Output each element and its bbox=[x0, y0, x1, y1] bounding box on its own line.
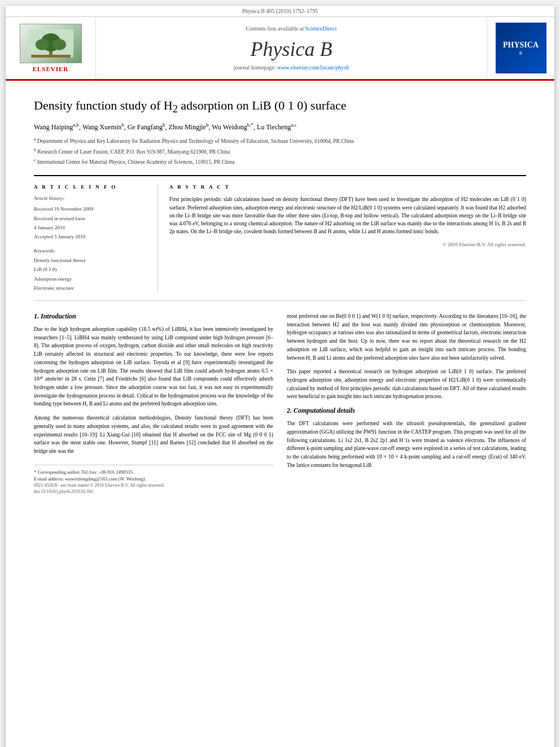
affiliation-a: a Department of Physics and Key Laborato… bbox=[34, 136, 526, 145]
right-paragraph-2: This paper reported a theoretical resear… bbox=[287, 368, 526, 401]
journal-header-bar: Physica B 405 (2010) 1792–1795 bbox=[6, 6, 554, 17]
svg-point-4 bbox=[53, 39, 66, 50]
abstract-header: A B S T R A C T bbox=[169, 184, 526, 190]
elsevier-wordmark: ELSEVIER bbox=[33, 65, 69, 72]
authors-line: Wang Haipinga,b, Wang Xueminb, Ge Fangfa… bbox=[34, 122, 526, 132]
copyright-line: © 2010 Elsevier B.V. All rights reserved… bbox=[169, 242, 526, 247]
issn-line: 0921-4526/$ - see front matter © 2010 El… bbox=[34, 483, 273, 488]
affiliation-b: b Research Center of Laser Fusion, CAEP,… bbox=[34, 147, 526, 156]
email-address: E-mail address: wuweidongding@163.com (W… bbox=[34, 475, 273, 483]
journal-citation: Physica B 405 (2010) 1792–1795 bbox=[242, 8, 318, 14]
sciencedirect-anchor[interactable]: ScienceDirect bbox=[305, 25, 336, 32]
affiliations: a Department of Physics and Key Laborato… bbox=[34, 136, 526, 166]
keywords-section: Keywords: Density functional theory LiB … bbox=[34, 248, 148, 292]
section2-title: 2. Computational details bbox=[287, 407, 526, 415]
keyword-2: LiB (0 1 0) bbox=[34, 265, 148, 274]
intro-paragraph-1: Due to the high hydrogen adsorption capa… bbox=[34, 325, 273, 408]
right-paragraph-1: most preferred one on Be(0 0 0 1) and W(… bbox=[287, 312, 526, 362]
article-page: Physica B 405 (2010) 1792–1795 ELSEVIER bbox=[6, 6, 554, 747]
left-column: 1. Introduction Due to the high hydrogen… bbox=[34, 312, 273, 494]
keyword-1: Density functional theory bbox=[34, 256, 148, 265]
article-info-header: A R T I C L E I N F O bbox=[34, 184, 148, 190]
abstract-text: First principles periodic slab calculati… bbox=[169, 195, 526, 235]
homepage-link[interactable]: www.elsevier.com/locate/physb bbox=[277, 64, 349, 71]
abstract-column: A B S T R A C T First principles periodi… bbox=[169, 184, 526, 292]
received-date: Received 19 November 2009 Received in re… bbox=[34, 204, 148, 241]
info-abstract-section: A R T I C L E I N F O Article history: R… bbox=[34, 175, 526, 301]
elsevier-logo-area: ELSEVIER bbox=[6, 17, 96, 79]
keyword-4: Electronic structure bbox=[34, 283, 148, 292]
affiliation-c: c International Center for Material Phys… bbox=[34, 157, 526, 166]
physica-badge: PHYSICA B bbox=[496, 23, 546, 73]
article-body: Density function study of H2 adsorption … bbox=[6, 81, 554, 511]
physica-logo-area: PHYSICA B bbox=[487, 17, 554, 79]
journal-homepage: journal homepage: www.elsevier.com/locat… bbox=[234, 64, 349, 71]
article-title: Density function study of H2 adsorption … bbox=[34, 98, 526, 116]
sciencedirect-link: Contents lists available at ScienceDirec… bbox=[246, 25, 336, 32]
corresponding-author: * Corresponding author. Tel./fax: +86 81… bbox=[34, 469, 273, 476]
article-info-column: A R T I C L E I N F O Article history: R… bbox=[34, 184, 158, 292]
journal-center: Contents lists available at ScienceDirec… bbox=[96, 17, 487, 79]
intro-paragraph-2: Among the numerous theoretical calculati… bbox=[34, 414, 273, 456]
footnote-section: * Corresponding author. Tel./fax: +86 81… bbox=[34, 465, 273, 495]
svg-rect-5 bbox=[31, 55, 71, 58]
intro-section-title: 1. Introduction bbox=[34, 312, 273, 321]
keywords-label: Keywords: bbox=[34, 248, 148, 254]
right-column: most preferred one on Be(0 0 0 1) and W(… bbox=[287, 312, 526, 494]
keyword-3: Adsorption energy bbox=[34, 274, 148, 283]
elsevier-tree-logo bbox=[20, 24, 82, 63]
doi-line: doi:10.1016/j.physb.2010.01.041 bbox=[34, 489, 273, 494]
journal-title: Physica B bbox=[251, 37, 333, 61]
svg-point-3 bbox=[36, 39, 49, 50]
history-label: Article history: bbox=[34, 195, 148, 201]
section2-text: The DFT calculations were performed with… bbox=[287, 420, 526, 469]
journal-banner: ELSEVIER Contents lists available at Sci… bbox=[6, 17, 554, 81]
main-content: 1. Introduction Due to the high hydrogen… bbox=[34, 312, 526, 494]
